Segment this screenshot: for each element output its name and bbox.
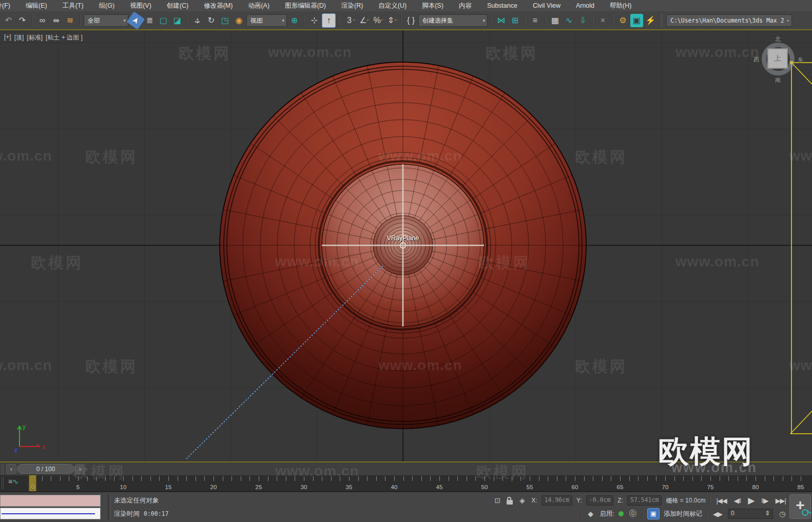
isolate-selection-icon[interactable]: ⊡ [492, 496, 502, 505]
trackbar-grip-handle-icon[interactable] [1, 477, 4, 490]
go-to-end-button[interactable]: ▶▶| [774, 497, 787, 505]
layer-manager-icon[interactable]: ≡ [529, 14, 542, 27]
menu-item-3[interactable]: 工具(T) [55, 0, 91, 11]
menu-item-4[interactable]: 组(G) [91, 0, 123, 11]
select-place-icon[interactable]: ◉ [233, 14, 245, 27]
viewport-top[interactable]: VRayPlaneyxz [+][顶][标准][粘土 + 边面 ] 上 北 南 … [0, 29, 812, 462]
menu-item-9[interactable]: 图形编辑器(D) [277, 0, 334, 11]
menu-item-17[interactable]: 帮助(H) [602, 0, 639, 11]
project-path-dropdown[interactable]: C:\Users\Han\Documents\3ds Max 2022▾ [666, 14, 792, 27]
next-frame-button[interactable]: ‖▶ [760, 497, 769, 505]
rendered-frame-icon[interactable]: ▣ [630, 14, 643, 27]
listener-macro-row[interactable] [0, 495, 101, 507]
slider-grip-handle-icon[interactable] [1, 464, 4, 474]
menu-item-10[interactable]: 渲染(R) [334, 0, 371, 11]
play-button[interactable]: ▶ [746, 495, 756, 506]
frame-number-60: 60 [572, 484, 578, 490]
viewport-label-part-3[interactable]: [标准] [27, 33, 43, 42]
named-selection-sets-icon[interactable]: { } [404, 14, 417, 27]
select-manipulate-icon[interactable]: ⊹ [308, 14, 321, 27]
go-to-start-button[interactable]: |◀◀ [714, 497, 728, 505]
time-slider-grip[interactable]: 0 / 100 [17, 464, 74, 474]
frame-number-15: 15 [165, 484, 172, 490]
viewcube-south-label[interactable]: 南 [775, 76, 781, 84]
dope-sheet-icon[interactable]: ⇩ [576, 14, 589, 27]
viewport-label-part-2[interactable]: [顶] [14, 33, 24, 42]
rect-selection-region-icon[interactable]: ▢ [157, 14, 170, 27]
viewcube-north-label[interactable]: 北 [775, 35, 781, 43]
menu-item-16[interactable]: Arnold [568, 0, 602, 11]
x-coord-field[interactable]: 14.96cm [542, 495, 572, 506]
track-bar[interactable]: ≡∿ 0 0510152025303540455055606570758085 [0, 475, 812, 492]
ribbon-icon[interactable]: ▦ [549, 14, 562, 27]
menu-item-6[interactable]: 创建(C) [159, 0, 196, 11]
viewcube-west-label[interactable]: 西 [753, 56, 759, 64]
menu-item-14[interactable]: Substance [479, 0, 525, 11]
menu-item-7[interactable]: 修改器(M) [196, 0, 240, 11]
vrayplane-object[interactable]: VRayPlane [220, 62, 586, 429]
viewcube-east-label[interactable]: 东 [798, 56, 803, 64]
menu-item-11[interactable]: 自定义(U) [371, 0, 414, 11]
current-frame-field[interactable]: 0 ⇕ [728, 509, 773, 519]
curve-editor-icon[interactable]: ∿ [563, 14, 575, 27]
time-configuration-icon[interactable]: ◷ [777, 510, 787, 518]
scatter-icon[interactable]: × [596, 14, 609, 27]
select-move-icon[interactable]: ↔ [191, 14, 204, 27]
menu-item-2[interactable]: 编辑(E) [18, 0, 55, 11]
link-icon[interactable]: ∞ [36, 14, 49, 27]
view-cube[interactable]: 上 北 南 西 东 [757, 37, 800, 81]
bind-spacewarp-icon[interactable]: ≋ [64, 14, 76, 27]
menu-item-15[interactable]: Civil View [525, 0, 568, 11]
time-tag-cube-button[interactable]: ▣ [647, 508, 660, 519]
viewport-canvas[interactable]: VRayPlaneyxz [0, 30, 812, 461]
z-coord-field[interactable]: 57.541cm [627, 495, 662, 506]
time-slider-prev-button[interactable]: ‹ [6, 464, 16, 474]
render-setup-icon[interactable]: ⚙ [616, 14, 629, 27]
listener-script-row[interactable] [0, 508, 101, 519]
redo-icon[interactable]: ↷ [16, 14, 29, 27]
chevron-down-icon: ▾ [123, 15, 126, 26]
mini-curve-editor-icon[interactable]: ≡∿ [8, 477, 27, 490]
previous-frame-button[interactable]: ◀‖ [732, 497, 742, 505]
viewcube-top-face[interactable]: 上 [767, 48, 788, 69]
ref-coord-dropdown[interactable]: 视图▾ [246, 14, 287, 27]
scene-script-shield-icon[interactable]: ◆ [586, 510, 596, 518]
percent-snap-icon[interactable]: % [371, 14, 383, 27]
render-icon[interactable]: ⚡ [644, 14, 657, 27]
set-key-button[interactable]: + [789, 494, 811, 519]
selection-set-dropdown[interactable]: 创建选择集▾ [418, 14, 488, 27]
angle-snap-icon[interactable]: ∠ [357, 14, 370, 27]
viewport-label-part-1[interactable]: [+] [4, 33, 11, 42]
window-crossing-icon[interactable]: ◪ [171, 14, 184, 27]
menu-item-5[interactable]: 视图(V) [122, 0, 159, 11]
add-time-tag-button[interactable]: 添加时间标记 [664, 510, 702, 518]
maxscript-mini-listener[interactable] [0, 495, 101, 519]
spinner-snap-icon[interactable]: ⇕ [384, 14, 397, 27]
y-coord-field[interactable]: -0.0cm [586, 495, 614, 506]
mirror-icon[interactable]: ⋈ [495, 14, 508, 27]
key-mode-toggle[interactable]: ◀▶ [711, 510, 724, 518]
frame-spinner-icon[interactable]: ⇕ [765, 509, 770, 518]
select-by-name-icon[interactable]: ≣ [143, 14, 156, 27]
unlink-icon[interactable]: ∞ [50, 14, 63, 27]
notification-count-icon[interactable]: ⓪ [628, 509, 638, 518]
menu-item-12[interactable]: 脚本(S) [414, 0, 451, 11]
keyboard-override-button[interactable]: ↑ [322, 13, 336, 28]
trackbar-ticks [33, 476, 809, 481]
menu-item-8[interactable]: 动画(A) [240, 0, 277, 11]
snap-3d-icon[interactable]: 3 [343, 14, 356, 27]
menu-item-1[interactable]: 文件(F) [0, 0, 18, 11]
selection-filter-dropdown[interactable]: 全部▾ [84, 14, 128, 27]
undo-icon[interactable]: ↶ [2, 14, 15, 27]
use-pivot-center-icon[interactable]: ⊕ [288, 14, 301, 27]
select-scale-icon[interactable]: ◳ [219, 14, 231, 27]
selected-plane-wireframe[interactable] [790, 61, 812, 434]
select-object-button[interactable]: ➤ [127, 11, 145, 29]
absolute-mode-icon[interactable]: ◈ [517, 496, 527, 505]
menu-item-13[interactable]: 内容 [451, 0, 479, 11]
select-rotate-icon[interactable]: ↻ [205, 14, 218, 27]
align-icon[interactable]: ⊞ [509, 14, 521, 27]
time-slider-next-button[interactable]: › [75, 464, 85, 474]
viewport-label-part-4[interactable]: [粘土 + 边面 ] [46, 33, 83, 42]
selection-lock-icon[interactable] [507, 500, 513, 505]
